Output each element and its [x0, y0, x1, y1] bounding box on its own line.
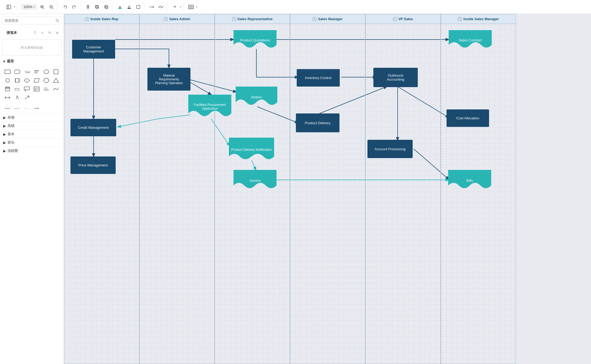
node-bills[interactable]: Bills: [448, 170, 491, 191]
sidebar: 便笺本 ? + ✎ ✕ 把元素拖到此处 ▾ 通用 Text: [0, 14, 64, 364]
swimlane-body-inside-sales-rep: [64, 24, 139, 364]
scratchpad-help-button[interactable]: ?: [31, 30, 38, 36]
format-group: [114, 3, 144, 11]
collapse-inside-sales-rep[interactable]: =: [85, 17, 89, 21]
copy-button[interactable]: [93, 3, 101, 11]
shape-cylinder[interactable]: [3, 85, 12, 93]
shape-square[interactable]: [52, 68, 60, 76]
fill-button[interactable]: [116, 3, 124, 11]
node-credit-mgmt[interactable]: Credit Management: [70, 119, 116, 136]
section-arrow: ▾: [3, 59, 5, 63]
collapse-vp-sales[interactable]: =: [393, 17, 397, 21]
flowchart-arrow: ▶: [3, 149, 6, 153]
node-invoice[interactable]: Invoice: [233, 170, 277, 191]
node-sales-contract[interactable]: Sales Contract: [449, 30, 492, 50]
zoom-selector[interactable]: 100% ▾: [21, 4, 37, 10]
shape-text[interactable]: Text: [23, 68, 31, 76]
svg-rect-14: [105, 6, 108, 9]
advanced-arrow: ▶: [3, 124, 6, 128]
main-container: 便笺本 ? + ✎ ✕ 把元素拖到此处 ▾ 通用 Text: [0, 14, 591, 364]
shape-callout[interactable]: [23, 85, 31, 93]
shape-parallelogram[interactable]: [32, 77, 41, 84]
shape-arrow-up[interactable]: [13, 94, 22, 101]
delete-button[interactable]: [84, 3, 92, 11]
zoom-in-button[interactable]: [38, 3, 46, 11]
node-outbound-accounting[interactable]: Outbound Accounting: [373, 68, 418, 87]
shape-triangle[interactable]: [52, 77, 60, 84]
shape-circle[interactable]: [3, 77, 12, 84]
toolbar: ▾ 100% ▾: [0, 0, 591, 14]
chevron-down-icon[interactable]: ▾: [14, 5, 15, 8]
svg-marker-41: [53, 78, 59, 83]
shape-table[interactable]: [32, 85, 41, 93]
shape-hexagon[interactable]: [42, 77, 51, 84]
shape-dotted-line[interactable]: [23, 105, 31, 112]
zoom-out-button[interactable]: [47, 3, 55, 11]
shape-cloud[interactable]: [13, 85, 22, 93]
shape-process[interactable]: [13, 77, 22, 84]
category-basic[interactable]: ▶ 基本: [0, 130, 64, 138]
general-section[interactable]: ▾ 通用: [0, 57, 64, 66]
node-customer-mgmt[interactable]: Customer Management: [72, 40, 115, 59]
shape-button[interactable]: [134, 3, 142, 11]
node-orders[interactable]: Orders: [236, 87, 277, 108]
undo-button[interactable]: [61, 3, 69, 11]
collapse-sales-admin[interactable]: =: [164, 17, 168, 21]
category-advanced[interactable]: ▶ 高级: [0, 122, 64, 130]
shape-rectangle[interactable]: [3, 68, 12, 76]
shape-bidirect[interactable]: [3, 94, 12, 101]
table-chevron[interactable]: ▾: [196, 5, 197, 8]
insert-button[interactable]: +: [171, 3, 179, 11]
shape-rounded-rect[interactable]: [13, 68, 22, 76]
collapse-sales-rep[interactable]: =: [232, 17, 236, 21]
svg-rect-15: [118, 8, 122, 9]
category-misc[interactable]: ▶ 杂项: [0, 113, 64, 122]
shape-diamond[interactable]: [23, 77, 31, 84]
node-cost-allocation[interactable]: Cost Allocation: [447, 109, 489, 127]
arrows-arrow: ▶: [3, 141, 6, 145]
toggle-sidebar-button[interactable]: [5, 3, 13, 11]
connector-button[interactable]: [148, 3, 156, 11]
history-group: [59, 3, 80, 11]
insert-chevron[interactable]: ▾: [180, 5, 181, 8]
node-product-delivery-notif[interactable]: Product Delivery Notification: [229, 138, 274, 162]
node-account-processing[interactable]: Account Processing: [367, 140, 413, 158]
search-icon: [55, 19, 59, 23]
scratchpad-edit-button[interactable]: ✎: [47, 30, 53, 36]
svg-rect-44: [34, 87, 39, 91]
shape-arrow-line[interactable]: [32, 105, 41, 112]
waypoint-button[interactable]: [157, 3, 165, 11]
shape-ellipse[interactable]: [42, 68, 51, 76]
paste-button[interactable]: [102, 3, 110, 11]
edit-group: [82, 3, 112, 11]
shape-heading[interactable]: [32, 68, 41, 76]
node-inventory-control[interactable]: Inventory Control: [297, 69, 340, 87]
line-color-button[interactable]: [125, 3, 133, 11]
category-flowchart[interactable]: ▶ 流程图: [0, 147, 64, 155]
zoom-group: 100% ▾: [19, 3, 57, 11]
scratchpad-label: 便笺本: [6, 30, 17, 35]
scratchpad-close-button[interactable]: ✕: [54, 30, 61, 36]
collapse-sales-manager[interactable]: =: [313, 17, 316, 21]
shape-solid-line[interactable]: [3, 105, 12, 112]
category-arrows[interactable]: ▶ 箭头: [0, 138, 64, 147]
node-product-quotations[interactable]: Product Quotations: [233, 30, 277, 50]
node-product-delivery[interactable]: Product Delivery: [296, 113, 339, 132]
svg-marker-40: [44, 78, 49, 83]
table-button[interactable]: [187, 3, 195, 11]
redo-button[interactable]: [70, 3, 78, 11]
shape-arrow-diag[interactable]: [23, 94, 31, 101]
node-material-req[interactable]: Material Requirements Planning Operation: [147, 68, 190, 91]
canvas-area[interactable]: = Inside Sales Rep = Sales Admin = Sales…: [64, 14, 591, 364]
shape-dashed-line[interactable]: [13, 105, 22, 112]
node-facilities-procurement[interactable]: Facilities Procurement Application: [188, 95, 231, 119]
search-input[interactable]: [5, 19, 54, 23]
shape-list[interactable]: List: [42, 85, 51, 93]
node-price-mgmt[interactable]: Price Management: [70, 156, 116, 174]
scratchpad-add-button[interactable]: +: [39, 30, 45, 36]
collapse-inside-sales-mgr[interactable]: =: [458, 17, 462, 21]
svg-point-34: [6, 78, 9, 82]
shape-curve[interactable]: [52, 85, 60, 93]
scratchpad-title[interactable]: 便笺本: [3, 28, 20, 37]
connector-group: [146, 3, 167, 11]
